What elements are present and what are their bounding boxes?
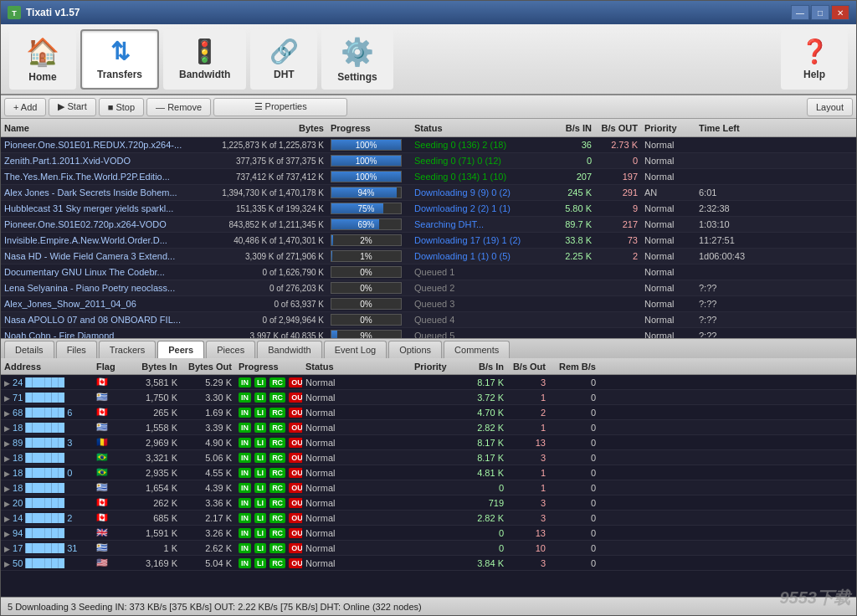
peer-bs-in: 0: [465, 543, 507, 553]
torrent-row[interactable]: Alex Jones - Dark Secrets Inside Bohem..…: [1, 185, 856, 201]
start-button[interactable]: ▶ Start: [49, 98, 95, 116]
tab-files[interactable]: Files: [56, 341, 97, 358]
peer-row[interactable]: ▶ 18 ██████ 0 🇧🇷 2,935 K 4.55 K IN LI RC…: [1, 465, 856, 480]
peer-progress: IN LI RC OUT LC RI: [235, 482, 302, 493]
tab-bandwidth[interactable]: Bandwidth: [257, 341, 321, 358]
torrent-name: Nasa HD - Wide Field Camera 3 Extend...: [1, 251, 202, 261]
tab-options[interactable]: Options: [388, 341, 442, 358]
pcol-header-flag[interactable]: Flag: [93, 362, 126, 372]
pcol-header-bsout[interactable]: B/s Out: [507, 362, 549, 372]
torrent-row[interactable]: Lena Selyanina - Piano Poetry neoclass..…: [1, 280, 856, 296]
col-header-bsout[interactable]: B/s OUT: [595, 123, 641, 133]
peer-flag: 🇺🇸: [93, 557, 126, 568]
peer-bs-out: 2: [507, 408, 549, 418]
torrent-row[interactable]: Alex_Jones_Show_2011_04_06 0 of 63,937 K…: [1, 296, 856, 312]
torrent-row[interactable]: Pioneer.One.S01E01.REDUX.720p.x264-... 1…: [1, 137, 856, 153]
peer-bs-out: 1: [507, 483, 549, 493]
col-header-status[interactable]: Status: [411, 123, 549, 133]
badge-out: OUT: [289, 438, 302, 448]
torrent-row[interactable]: Nasa APOLLO 07 and 08 ONBOARD FIL... 0 o…: [1, 312, 856, 328]
badge-out: OUT: [289, 498, 302, 508]
col-header-progress[interactable]: Progress: [327, 123, 411, 133]
tab-peers[interactable]: Peers: [157, 341, 204, 358]
pcol-header-bytesout[interactable]: Bytes Out: [181, 362, 235, 372]
app-title: Tixati v1.57: [26, 7, 791, 18]
peer-row[interactable]: ▶ 89 ██████ 3 🇷🇴 2,969 K 4.90 K IN LI RC…: [1, 435, 856, 450]
peer-row[interactable]: ▶ 20 ██████ 🇨🇦 262 K 3.36 K IN LI RC OUT…: [1, 495, 856, 511]
tabs-bar: DetailsFilesTrackersPeersPiecesBandwidth…: [1, 338, 856, 358]
peer-row[interactable]: ▶ 94 ██████ 🇬🇧 1,591 K 3.26 K IN LI RC O…: [1, 526, 856, 541]
peer-row[interactable]: ▶ 18 ██████ 🇺🇾 1,558 K 3.39 K IN LI RC O…: [1, 420, 856, 435]
badge-li: LI: [254, 468, 266, 478]
peer-row[interactable]: ▶ 71 ██████ 🇺🇾 1,750 K 3.30 K IN LI RC O…: [1, 390, 856, 405]
torrent-row[interactable]: Noah Cohn - Fire Diamond 3,997 K of 40,8…: [1, 328, 856, 338]
dht-button[interactable]: 🔗 DHT: [250, 29, 317, 90]
col-header-bytes[interactable]: Bytes: [202, 123, 327, 133]
peer-rem: 0: [549, 558, 599, 568]
torrent-row[interactable]: Pioneer.One.S01E02.720p.x264-VODO 843,85…: [1, 217, 856, 233]
peer-bs-in: 3.72 K: [465, 393, 507, 403]
stop-button[interactable]: ■ Stop: [99, 98, 144, 116]
tab-trackers[interactable]: Trackers: [99, 341, 156, 358]
pcol-header-bytesin[interactable]: Bytes In: [126, 362, 181, 372]
peers-list[interactable]: ▶ 24 ██████ 🇨🇦 3,581 K 5.29 K IN LI RC O…: [1, 375, 856, 597]
torrent-bsin: 0: [549, 156, 595, 166]
peer-row[interactable]: ▶ 18 ██████ 🇧🇷 3,321 K 5.06 K IN LI RC O…: [1, 450, 856, 465]
remove-button[interactable]: — Remove: [146, 98, 211, 116]
bandwidth-button[interactable]: 🚦 Bandwidth: [163, 29, 246, 90]
badge-rc: RC: [269, 438, 285, 448]
pcol-header-address[interactable]: Address: [1, 362, 93, 372]
tab-eventlog[interactable]: Event Log: [324, 341, 387, 358]
col-header-priority[interactable]: Priority: [641, 123, 695, 133]
help-button[interactable]: ❓ Help: [781, 29, 848, 90]
close-button[interactable]: ✕: [831, 5, 849, 20]
torrent-row[interactable]: Zenith.Part.1.2011.Xvid-VODO 377,375 K o…: [1, 153, 856, 169]
tab-details[interactable]: Details: [4, 341, 54, 358]
peer-progress: IN LI RC OUT LC RI: [235, 497, 302, 508]
minimize-button[interactable]: —: [791, 5, 809, 20]
torrent-row[interactable]: Nasa HD - Wide Field Camera 3 Extend... …: [1, 249, 856, 264]
home-button[interactable]: 🏠 Home: [9, 29, 76, 90]
badge-in: IN: [239, 393, 251, 403]
col-header-name[interactable]: Name: [1, 123, 202, 133]
peer-bs-in: 719: [465, 498, 507, 508]
col-header-timeleft[interactable]: Time Left: [695, 123, 762, 133]
torrent-list[interactable]: Pioneer.One.S01E01.REDUX.720p.x264-... 1…: [1, 137, 856, 338]
torrent-row[interactable]: Documentary GNU Linux The Codebr... 0 of…: [1, 264, 856, 280]
torrent-row[interactable]: Hubblecast 31 Sky merger yields sparkl..…: [1, 201, 856, 217]
pcol-header-bsin[interactable]: B/s In: [465, 362, 507, 372]
peer-row[interactable]: ▶ 18 ██████ 🇺🇾 1,654 K 4.39 K IN LI RC O…: [1, 480, 856, 495]
torrent-progress: 94%: [327, 187, 411, 198]
tab-pieces[interactable]: Pieces: [206, 341, 255, 358]
peer-row[interactable]: ▶ 50 ██████ 🇺🇸 3,169 K 5.04 K IN LI RC O…: [1, 556, 856, 571]
torrent-priority: Normal: [641, 251, 695, 261]
peer-row[interactable]: ▶ 68 ██████ 6 🇨🇦 265 K 1.69 K IN LI RC O…: [1, 405, 856, 420]
pcol-header-status[interactable]: Status: [302, 362, 411, 372]
peer-bs-out: 13: [507, 438, 549, 448]
pcol-header-priority[interactable]: Priority: [411, 362, 465, 372]
torrent-bsout: 9: [595, 203, 641, 213]
maximize-button[interactable]: □: [811, 5, 829, 20]
torrent-row[interactable]: Invisible.Empire.A.New.World.Order.D... …: [1, 233, 856, 249]
torrent-timeleft: 6:01: [695, 187, 762, 198]
peer-row[interactable]: ▶ 14 ██████ 2 🇨🇦 685 K 2.17 K IN LI RC O…: [1, 511, 856, 526]
properties-button[interactable]: ☰ Properties: [213, 98, 347, 116]
torrent-row[interactable]: The.Yes.Men.Fix.The.World.P2P.Editio... …: [1, 169, 856, 185]
peer-bytes-out: 3.36 K: [181, 498, 235, 508]
layout-button[interactable]: Layout: [807, 98, 853, 116]
settings-button[interactable]: ⚙️ Settings: [321, 29, 393, 90]
tab-comments[interactable]: Comments: [444, 341, 510, 358]
peer-row[interactable]: ▶ 24 ██████ 🇨🇦 3,581 K 5.29 K IN LI RC O…: [1, 375, 856, 390]
col-header-bsin[interactable]: B/s IN: [549, 123, 595, 133]
pcol-header-progress[interactable]: Progress: [235, 362, 302, 372]
peer-status: Normal: [302, 453, 411, 463]
peer-status: Normal: [302, 393, 411, 403]
torrent-priority: Normal: [641, 172, 695, 182]
torrent-timeleft: ?:??: [695, 331, 762, 338]
pcol-header-rem[interactable]: Rem B/s: [549, 362, 599, 372]
add-button[interactable]: + Add: [4, 98, 46, 116]
peer-bytes-out: 2.62 K: [181, 543, 235, 553]
transfers-button[interactable]: ⇅ Transfers: [80, 29, 159, 90]
torrent-timeleft: ?:??: [695, 283, 762, 293]
peer-row[interactable]: ▶ 17 ██████ 31 🇺🇾 1 K 2.62 K IN LI RC OU…: [1, 541, 856, 556]
